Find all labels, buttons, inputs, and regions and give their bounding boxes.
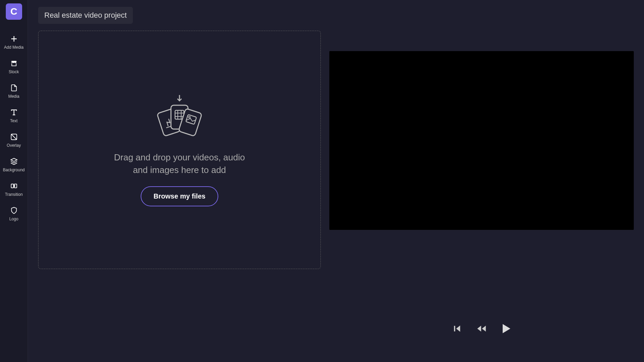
sidebar-item-transition[interactable]: Transition [0, 177, 28, 202]
skip-back-icon [453, 324, 462, 333]
sidebar-item-label: Add Media [4, 45, 23, 50]
shield-icon [10, 206, 18, 215]
svg-marker-5 [11, 158, 17, 161]
app-logo[interactable]: C [6, 3, 22, 20]
playback-controls [329, 312, 634, 345]
media-dropzone[interactable]: Drag and drop your videos, audio and ima… [38, 31, 321, 269]
transition-icon [10, 182, 18, 190]
dropzone-instruction: Drag and drop your videos, audio and ima… [111, 151, 248, 176]
content-area: Drag and drop your videos, audio and ima… [28, 31, 644, 362]
sidebar-item-text[interactable]: Text [0, 104, 28, 128]
sidebar-item-label: Media [8, 94, 19, 99]
header: Real estate video project [28, 0, 644, 31]
sidebar-item-media[interactable]: Media [0, 79, 28, 104]
project-title-input[interactable]: Real estate video project [38, 7, 133, 24]
sidebar: C Add Media Stock Media Text Overlay [0, 0, 28, 362]
preview-panel [329, 31, 634, 352]
browse-button-label: Browse my files [154, 192, 205, 200]
sidebar-item-overlay[interactable]: Overlay [0, 128, 28, 153]
sidebar-item-logo[interactable]: Logo [0, 202, 28, 226]
sidebar-item-add-media[interactable]: Add Media [0, 30, 28, 54]
sidebar-item-label: Logo [9, 217, 18, 221]
plus-icon [10, 35, 18, 43]
sidebar-item-background[interactable]: Background [0, 153, 28, 177]
sidebar-item-stock[interactable]: Stock [0, 54, 28, 79]
overlay-icon [10, 133, 18, 141]
sidebar-item-label: Text [10, 119, 17, 123]
skip-back-button[interactable] [451, 322, 464, 335]
svg-marker-23 [482, 326, 486, 332]
sidebar-item-label: Background [3, 168, 25, 172]
text-icon [10, 108, 18, 116]
store-icon [10, 59, 18, 67]
sidebar-item-label: Transition [5, 192, 22, 197]
sidebar-item-label: Overlay [7, 143, 21, 148]
rewind-icon [476, 324, 487, 334]
svg-marker-24 [503, 324, 511, 333]
svg-marker-20 [456, 326, 460, 332]
svg-marker-22 [477, 326, 481, 332]
layers-icon [10, 157, 18, 166]
main-area: Real estate video project [28, 0, 644, 362]
project-title-text: Real estate video project [44, 11, 127, 19]
logo-letter: C [10, 6, 17, 17]
rewind-button[interactable] [475, 322, 488, 335]
play-button[interactable] [500, 322, 512, 335]
browse-files-button[interactable]: Browse my files [141, 186, 218, 206]
file-icon [10, 84, 18, 92]
media-cards-icon [149, 93, 210, 141]
play-icon [500, 322, 512, 335]
sidebar-item-label: Stock [9, 69, 19, 74]
video-preview[interactable] [329, 51, 634, 230]
